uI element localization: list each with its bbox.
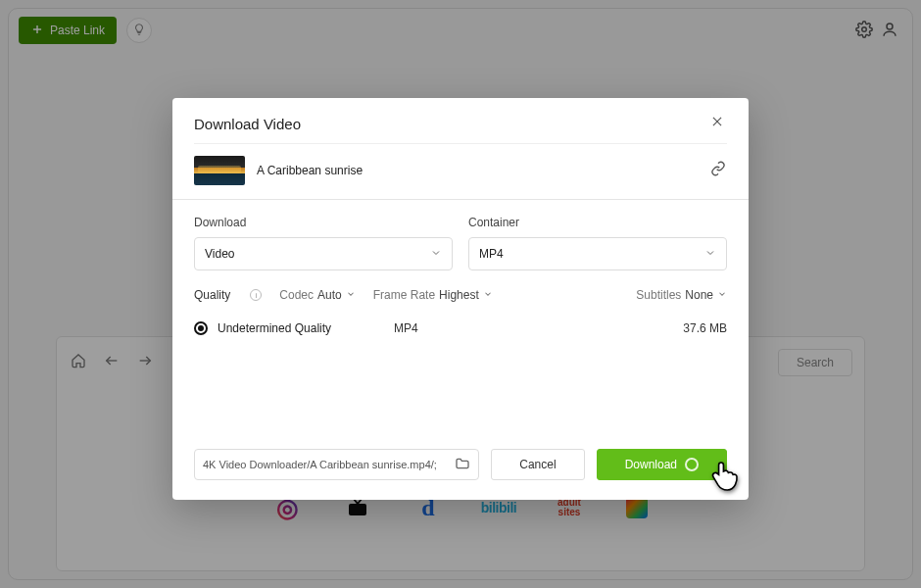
download-button[interactable]: Download bbox=[597, 449, 727, 480]
container-select[interactable]: MP4 bbox=[468, 237, 727, 270]
codec-label: Codec bbox=[279, 288, 314, 302]
quality-options-row: Quality i Codec Auto Frame Rate Highest … bbox=[172, 270, 749, 308]
save-path-text: ;/4K Video Downloader/A Caribbean sunris… bbox=[203, 459, 449, 470]
dialog-footer: ;/4K Video Downloader/A Caribbean sunris… bbox=[172, 437, 749, 500]
download-type-label: Download bbox=[194, 216, 453, 229]
link-icon bbox=[710, 161, 726, 180]
folder-icon bbox=[455, 456, 470, 473]
quality-size: 37.6 MB bbox=[683, 321, 727, 335]
video-thumbnail bbox=[194, 156, 245, 185]
subtitles-label: Subtitles bbox=[636, 288, 681, 302]
download-button-label: Download bbox=[625, 458, 677, 471]
codec-value: Auto bbox=[317, 288, 342, 302]
framerate-label: Frame Rate bbox=[373, 288, 435, 302]
quality-label: Quality bbox=[194, 288, 230, 302]
download-video-dialog: Download Video A Caribbean sunrise Downl… bbox=[172, 98, 749, 500]
framerate-select[interactable]: Frame Rate Highest bbox=[373, 288, 493, 302]
framerate-value: Highest bbox=[439, 288, 479, 302]
cancel-button[interactable]: Cancel bbox=[491, 449, 584, 480]
spinner-icon bbox=[685, 458, 699, 471]
video-info-row: A Caribbean sunrise bbox=[172, 144, 749, 199]
chevron-down-icon bbox=[704, 247, 716, 262]
close-icon bbox=[710, 115, 724, 132]
chevron-down-icon bbox=[346, 288, 356, 302]
radio-selected-icon bbox=[194, 321, 208, 335]
codec-select[interactable]: Codec Auto bbox=[279, 288, 355, 302]
subtitles-value: None bbox=[685, 288, 713, 302]
info-icon[interactable]: i bbox=[250, 289, 262, 301]
copy-link-button[interactable] bbox=[709, 162, 727, 179]
quality-option-row[interactable]: Undetermined Quality MP4 37.6 MB bbox=[172, 308, 749, 343]
browse-folder-button[interactable] bbox=[455, 456, 470, 473]
dialog-title: Download Video bbox=[194, 116, 301, 132]
quality-format: MP4 bbox=[394, 321, 511, 335]
container-value: MP4 bbox=[479, 247, 504, 261]
download-type-select[interactable]: Video bbox=[194, 237, 453, 270]
download-type-value: Video bbox=[205, 247, 234, 261]
chevron-down-icon bbox=[717, 288, 727, 302]
container-label: Container bbox=[468, 216, 727, 229]
save-path-field[interactable]: ;/4K Video Downloader/A Caribbean sunris… bbox=[194, 449, 479, 480]
quality-name: Undetermined Quality bbox=[218, 321, 394, 335]
video-title: A Caribbean sunrise bbox=[257, 164, 363, 177]
chevron-down-icon bbox=[483, 288, 493, 302]
close-button[interactable] bbox=[707, 114, 727, 133]
chevron-down-icon bbox=[430, 247, 442, 262]
subtitles-select[interactable]: Subtitles None bbox=[636, 288, 727, 302]
